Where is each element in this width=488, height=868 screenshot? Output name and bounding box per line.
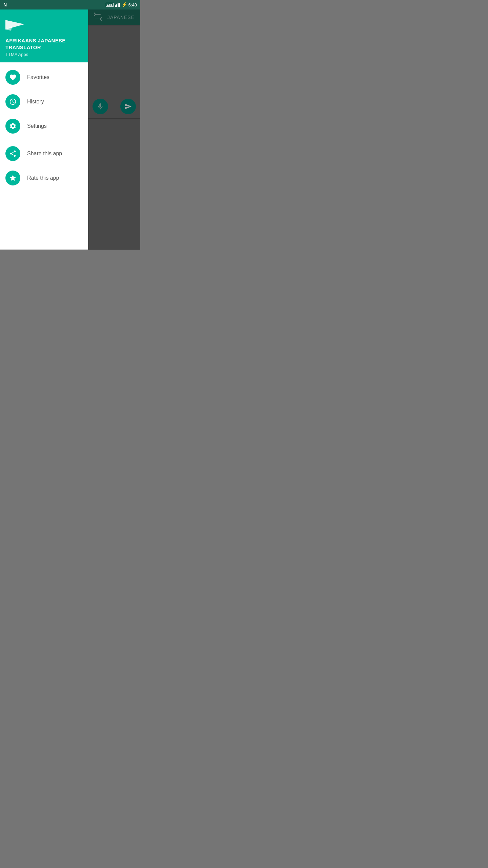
gear-icon — [9, 122, 17, 130]
sidebar-item-settings[interactable]: Settings — [0, 114, 88, 138]
lte-indicator: LTE — [106, 3, 113, 7]
signal-bar-2 — [116, 4, 117, 7]
status-bar-left: N — [3, 2, 7, 7]
heart-icon — [9, 74, 17, 81]
favorites-icon-circle — [5, 70, 20, 85]
signal-bar-4 — [119, 3, 120, 7]
rate-label: Rate this app — [27, 175, 59, 181]
favorites-label: Favorites — [27, 74, 49, 80]
app-name: AFRIKAANS JAPANESE TRANSLATOR — [5, 37, 83, 51]
sidebar-item-favorites[interactable]: Favorites — [0, 65, 88, 90]
drawer-header: AFRIKAANS JAPANESE TRANSLATOR TTMA Apps — [0, 9, 88, 62]
settings-icon-circle — [5, 119, 20, 134]
drawer-overlay[interactable] — [88, 9, 140, 250]
company-name: TTMA Apps — [5, 52, 83, 57]
share-icon-circle — [5, 146, 20, 161]
status-bar: N LTE ⚡ 6:48 — [0, 0, 140, 9]
share-icon — [9, 150, 17, 157]
clock-icon — [9, 98, 17, 105]
star-icon — [9, 174, 17, 182]
sidebar-item-rate[interactable]: Rate this app — [0, 166, 88, 190]
signal-bar-1 — [115, 5, 116, 7]
sidebar-item-share[interactable]: Share this app — [0, 141, 88, 166]
navigation-drawer: AFRIKAANS JAPANESE TRANSLATOR TTMA Apps … — [0, 9, 88, 250]
app-logo — [5, 16, 24, 33]
drawer-menu: Favorites History Settings — [0, 62, 88, 250]
history-icon-circle — [5, 94, 20, 109]
main-layout: AFRIKAANS JAPANESE TRANSLATOR TTMA Apps … — [0, 9, 140, 250]
status-time: 6:48 — [128, 2, 137, 7]
menu-divider — [0, 140, 88, 140]
history-label: History — [27, 99, 44, 105]
signal-strength-icon — [115, 3, 120, 7]
app-logo-small: N — [3, 2, 7, 7]
settings-label: Settings — [27, 123, 47, 129]
rate-icon-circle — [5, 171, 20, 185]
share-label: Share this app — [27, 151, 62, 157]
battery-icon: ⚡ — [121, 2, 127, 7]
sidebar-item-history[interactable]: History — [0, 90, 88, 114]
signal-bar-3 — [118, 3, 119, 7]
status-bar-right: LTE ⚡ 6:48 — [106, 2, 137, 7]
